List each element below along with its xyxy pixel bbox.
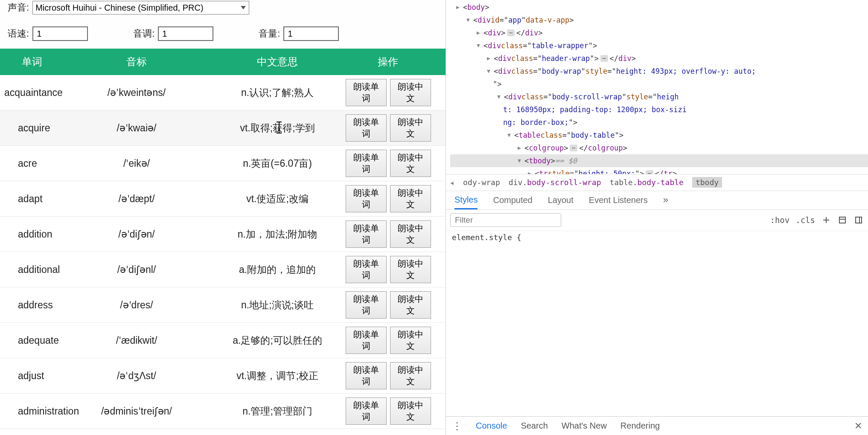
table-row[interactable]: adapt/əˈdæpt/vt.使适应;改编朗读单词朗读中文 — [0, 181, 446, 217]
drawer-menu-icon[interactable]: ⋮ — [452, 420, 462, 432]
table-row[interactable]: acre/ˈeikə/n.英亩(=6.07亩)朗读单词朗读中文 — [0, 146, 446, 181]
cell-phonetic: /ˈeikə/ — [64, 158, 209, 169]
drawer-tab-rendering[interactable]: Rendering — [620, 421, 660, 431]
table-row[interactable]: addition/əˈdiʃən/n.加，加法;附加物朗读单词朗读中文 — [0, 217, 446, 252]
cell-phonetic: /ədminisˈtreiʃən/ — [64, 406, 209, 417]
cell-word: administration — [0, 406, 64, 417]
svg-rect-1 — [856, 217, 862, 223]
read-word-button[interactable]: 朗读单词 — [346, 220, 387, 248]
cell-meaning: n.加，加法;附加物 — [209, 228, 346, 241]
pitch-input[interactable] — [158, 26, 213, 41]
tab-layout[interactable]: Layout — [548, 195, 574, 205]
cell-meaning: a.足够的;可以胜任的 — [209, 334, 346, 347]
cell-phonetic: /əˈdres/ — [64, 299, 209, 311]
cell-word: adjust — [0, 370, 64, 382]
toggle-sidebar-icon[interactable] — [853, 215, 864, 225]
cell-actions: 朗读单词朗读中文 — [346, 256, 431, 283]
cell-phonetic: /əˈdʒΛst/ — [64, 370, 209, 382]
table-header: 单词 音标 中文意思 操作 — [0, 49, 446, 75]
new-style-rule-icon[interactable] — [821, 215, 831, 225]
cell-actions: 朗读单词朗读中文 — [346, 362, 431, 389]
styles-filter-input[interactable] — [450, 213, 561, 227]
read-word-button[interactable]: 朗读单词 — [346, 150, 387, 177]
read-chinese-button[interactable]: 朗读中文 — [390, 150, 431, 177]
table-row[interactable]: additional/əˈdiʃənl/a.附加的，追加的朗读单词朗读中文 — [0, 252, 446, 287]
read-word-button[interactable]: 朗读单词 — [346, 362, 387, 389]
svg-rect-0 — [839, 217, 845, 223]
cell-phonetic: /əˈdiʃənl/ — [64, 264, 209, 276]
app-panel: 声音: Microsoft Huihui - Chinese (Simplifi… — [0, 0, 446, 435]
read-word-button[interactable]: 朗读单词 — [346, 397, 387, 425]
read-chinese-button[interactable]: 朗读中文 — [390, 79, 431, 106]
cell-word: acquire — [0, 122, 64, 134]
drawer-tab-console[interactable]: Console — [476, 421, 507, 431]
table-body[interactable]: acquaintance/əˈkweintəns/n.认识;了解;熟人朗读单词朗… — [0, 75, 446, 435]
read-word-button[interactable]: 朗读单词 — [346, 327, 387, 354]
cell-phonetic: /əˈkwaiə/ — [64, 122, 209, 134]
voice-label: 声音: — [8, 1, 29, 14]
table-row[interactable]: adequate/ˈædikwit/a.足够的;可以胜任的朗读单词朗读中文 — [0, 323, 446, 358]
drawer-tab-whatsnew[interactable]: What's New — [562, 421, 607, 431]
tab-styles[interactable]: Styles — [454, 195, 478, 209]
read-chinese-button[interactable]: 朗读中文 — [390, 220, 431, 248]
cls-toggle[interactable]: .cls — [795, 215, 815, 225]
tab-event-listeners[interactable]: Event Listeners — [589, 195, 648, 205]
drawer-tab-search[interactable]: Search — [521, 421, 548, 431]
read-word-button[interactable]: 朗读单词 — [346, 291, 387, 319]
read-chinese-button[interactable]: 朗读中文 — [390, 327, 431, 354]
selected-dom-node[interactable]: ⋯ <tbody> == $0 — [450, 154, 868, 167]
rate-input[interactable] — [32, 26, 88, 41]
read-word-button[interactable]: 朗读单词 — [346, 256, 387, 283]
cell-word: address — [0, 299, 64, 311]
element-style-rule[interactable]: element.style { — [446, 231, 868, 244]
read-chinese-button[interactable]: 朗读中文 — [390, 114, 431, 142]
table-row[interactable]: adjust/əˈdʒΛst/vt.调整，调节;校正朗读单词朗读中文 — [0, 358, 446, 394]
cell-word: acquaintance — [0, 87, 64, 99]
voice-select[interactable]: Microsoft Huihui - Chinese (Simplified, … — [32, 1, 249, 14]
elements-dom-tree[interactable]: <body> <div id="app" data-v-app> <div>⋯<… — [446, 0, 868, 174]
table-row[interactable]: administration/ədminisˈtreiʃən/n.管理;管理部门… — [0, 394, 446, 429]
read-word-button[interactable]: 朗读单词 — [346, 79, 387, 106]
breadcrumb-item[interactable]: ody-wrap — [463, 178, 500, 187]
volume-input[interactable] — [283, 26, 339, 41]
read-chinese-button[interactable]: 朗读中文 — [390, 185, 431, 212]
cell-word: additional — [0, 264, 64, 276]
cell-actions: 朗读单词朗读中文 — [346, 291, 431, 319]
read-chinese-button[interactable]: 朗读中文 — [390, 256, 431, 283]
read-word-button[interactable]: 朗读单词 — [346, 114, 387, 142]
text-cursor-icon — [277, 122, 278, 133]
table-row[interactable]: address/əˈdres/n.地址;演说;谈吐朗读单词朗读中文 — [0, 287, 446, 323]
breadcrumb-item[interactable]: div.body-scroll-wrap — [509, 178, 601, 187]
more-tabs-icon[interactable]: » — [663, 194, 668, 206]
cell-word: adequate — [0, 335, 64, 346]
read-chinese-button[interactable]: 朗读中文 — [390, 397, 431, 425]
drawer-close-icon[interactable]: ✕ — [854, 420, 862, 432]
breadcrumb-item-selected[interactable]: tbody — [692, 177, 722, 188]
cell-phonetic: /əˈkweintəns/ — [64, 87, 209, 99]
cell-actions: 朗读单词朗读中文 — [346, 79, 431, 106]
cell-meaning: a.附加的，追加的 — [209, 263, 346, 276]
rate-label: 语速: — [8, 27, 29, 40]
th-action: 操作 — [346, 55, 430, 69]
cell-meaning: n.管理;管理部门 — [209, 405, 346, 418]
hov-toggle[interactable]: :hov — [770, 215, 789, 225]
cell-phonetic: /ˈædikwit/ — [64, 335, 209, 346]
computed-styles-icon[interactable] — [837, 215, 848, 225]
table-row[interactable]: acquire/əˈkwaiə/vt.取得;获得;学到朗读单词朗读中文 — [0, 110, 446, 146]
table-row[interactable]: acquaintance/əˈkweintəns/n.认识;了解;熟人朗读单词朗… — [0, 75, 446, 110]
dom-breadcrumb[interactable]: ◂ ody-wrap div.body-scroll-wrap table.bo… — [446, 174, 868, 191]
read-chinese-button[interactable]: 朗读中文 — [390, 362, 431, 389]
cell-meaning: n.英亩(=6.07亩) — [209, 157, 346, 170]
cell-actions: 朗读单词朗读中文 — [346, 185, 431, 212]
breadcrumb-item[interactable]: table.body-table — [610, 178, 684, 187]
tab-computed[interactable]: Computed — [493, 195, 532, 205]
cell-word: acre — [0, 158, 64, 169]
cell-actions: 朗读单词朗读中文 — [346, 150, 431, 177]
th-phonetic: 音标 — [64, 55, 209, 69]
read-chinese-button[interactable]: 朗读中文 — [390, 291, 431, 319]
th-meaning: 中文意思 — [209, 55, 346, 69]
dom-tr-node[interactable]: <tr style="height: 50px;">⋯</tr> — [450, 167, 868, 174]
read-word-button[interactable]: 朗读单词 — [346, 185, 387, 212]
breadcrumb-left-icon[interactable]: ◂ — [449, 177, 454, 188]
cell-meaning: vt.使适应;改编 — [209, 192, 346, 206]
